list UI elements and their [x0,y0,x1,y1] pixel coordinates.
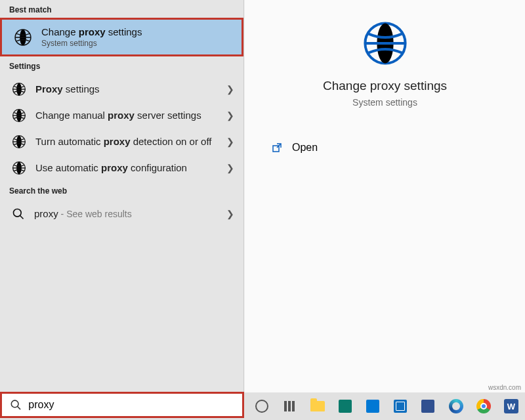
chrome-button[interactable] [470,392,497,420]
outlook-icon [394,400,407,413]
globe-icon [12,161,26,175]
edge-button[interactable] [442,392,469,420]
globe-icon [12,108,26,123]
globe-icon [14,28,32,47]
detail-title: Change proxy settings [245,79,525,93]
task-view-button[interactable] [276,392,303,420]
task-view-icon [284,401,295,411]
search-input[interactable] [28,399,234,411]
settings-item[interactable]: Use automatic proxy configuration ❯ [0,155,243,181]
open-action[interactable]: Open [245,134,525,161]
svg-line-16 [20,216,24,219]
store-icon [339,400,352,413]
svg-point-15 [14,209,22,217]
chevron-right-icon: ❯ [226,84,234,94]
app-icon [421,400,434,413]
settings-item[interactable]: Change manual proxy server settings ❯ [0,102,243,129]
chevron-right-icon: ❯ [226,110,234,121]
app-button[interactable] [414,392,442,420]
word-icon: W [504,399,518,413]
chrome-icon [476,399,491,413]
best-match-title: Change proxy settings [41,26,142,37]
settings-item[interactable]: Proxy settings ❯ [0,76,243,102]
search-results-pane: Best match Change proxy settings System … [0,0,244,392]
best-match-item[interactable]: Change proxy settings System settings [0,18,243,56]
chevron-right-icon: ❯ [226,209,234,219]
edge-icon [449,399,463,413]
section-settings: Settings [0,56,243,76]
mail-button[interactable] [359,392,387,420]
search-icon [10,398,22,411]
search-bar[interactable] [0,392,244,418]
settings-item[interactable]: Turn automatic proxy detection on or off… [0,129,243,155]
globe-icon [12,135,26,149]
section-search-web: Search the web [0,181,243,201]
cortana-icon [255,400,268,413]
chevron-right-icon: ❯ [226,136,234,147]
store-button[interactable] [331,392,359,420]
mail-icon [366,400,379,413]
svg-point-22 [11,400,18,408]
globe-icon [362,20,409,67]
folder-icon [310,401,325,411]
watermark: wsxdn.com [488,384,521,391]
file-explorer-button[interactable] [303,392,331,420]
section-best-match: Best match [0,0,243,20]
web-result-item[interactable]: proxy - See web results ❯ [0,201,243,227]
chevron-right-icon: ❯ [226,163,234,173]
word-button[interactable]: W [497,392,525,420]
open-label: Open [292,142,318,154]
best-match-subtitle: System settings [41,39,142,48]
cortana-button[interactable] [248,392,276,420]
detail-subtitle: System settings [245,97,525,108]
globe-icon [12,82,26,96]
open-icon [271,142,283,154]
outlook-button[interactable] [387,392,414,420]
detail-pane: Change proxy settings System settings Op… [245,0,525,392]
search-icon [12,207,25,220]
svg-line-23 [17,406,20,410]
